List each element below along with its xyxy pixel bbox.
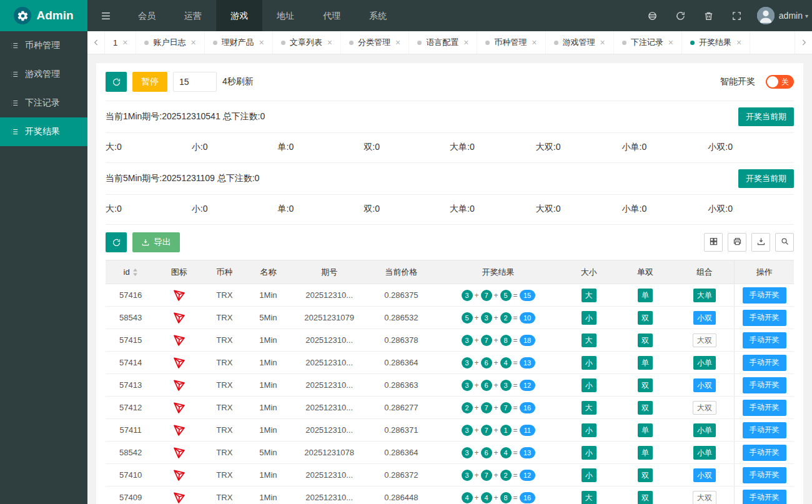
refresh-icon[interactable] <box>666 0 695 31</box>
tab-3[interactable]: 文章列表× <box>273 31 341 54</box>
close-icon[interactable]: × <box>600 37 605 47</box>
cell-price: 0.286448 <box>369 487 434 504</box>
size-badge: 小 <box>582 423 597 437</box>
trash-icon[interactable] <box>695 0 723 31</box>
tab-7[interactable]: 游戏管理× <box>546 31 614 54</box>
close-icon[interactable]: × <box>463 37 468 47</box>
column-header-0[interactable]: id <box>106 260 156 284</box>
tab-4[interactable]: 分类管理× <box>341 31 409 54</box>
manual-draw-button[interactable]: 手动开奖 <box>743 310 786 326</box>
cell-icon <box>156 487 202 504</box>
refresh-button[interactable] <box>106 72 127 92</box>
close-icon[interactable]: × <box>327 37 332 47</box>
tab-dot-icon <box>554 41 558 45</box>
equals-sign: = <box>513 493 518 502</box>
tabs-scroll-left[interactable] <box>87 31 105 54</box>
tab-9[interactable]: 开奖结果× <box>682 31 750 54</box>
export-icon-button[interactable] <box>751 233 770 252</box>
tab-6[interactable]: 币种管理× <box>477 31 545 54</box>
cell-size: 小 <box>562 352 615 374</box>
manual-draw-button[interactable]: 手动开奖 <box>743 355 786 371</box>
equals-sign: = <box>513 291 518 300</box>
result-number: 3 <box>462 470 473 481</box>
manual-draw-button[interactable]: 手动开奖 <box>743 377 786 393</box>
export-button[interactable]: 导出 <box>132 232 180 252</box>
stat-item: 小单:0 <box>622 204 708 215</box>
manual-draw-button[interactable]: 手动开奖 <box>743 490 786 504</box>
close-icon[interactable]: × <box>532 37 537 47</box>
stat-item: 小双:0 <box>708 204 794 215</box>
tab-2[interactable]: 理财产品× <box>205 31 273 54</box>
manual-draw-button[interactable]: 手动开奖 <box>743 422 786 438</box>
parity-badge: 双 <box>638 491 653 504</box>
nav-item-1[interactable]: 运营 <box>170 0 216 31</box>
result-number: 7 <box>481 470 492 481</box>
size-badge: 小 <box>582 311 597 325</box>
nav-item-5[interactable]: 系统 <box>355 0 401 31</box>
tab-label: 理财产品 <box>222 37 254 48</box>
export-icon <box>756 237 766 248</box>
draw-current-button[interactable]: 开奖当前期 <box>738 107 794 126</box>
cell-issue: 20251231079 <box>290 307 369 329</box>
stat-item: 双:0 <box>364 204 450 215</box>
close-icon[interactable]: × <box>395 37 400 47</box>
result-sum: 11 <box>520 425 535 436</box>
avatar[interactable] <box>757 7 775 24</box>
result-number: 8 <box>500 492 512 503</box>
nav-item-2[interactable]: 游戏 <box>216 0 262 31</box>
tab-dot-icon <box>349 41 354 45</box>
grid-icon <box>709 237 718 248</box>
trx-icon <box>172 311 186 325</box>
table-row: 57409TRX1Min202512310...0.2864484+4+8=16… <box>106 487 794 504</box>
fullscreen-icon[interactable] <box>723 0 751 31</box>
close-icon[interactable]: × <box>191 37 196 47</box>
topbar-right: admin ▾ <box>638 0 812 31</box>
column-header-9: 组合 <box>675 260 735 284</box>
manual-draw-button[interactable]: 手动开奖 <box>743 467 786 483</box>
result-number: 3 <box>462 357 473 368</box>
cell-price: 0.286363 <box>369 374 434 397</box>
cell-name: 1Min <box>246 397 290 419</box>
close-icon[interactable]: × <box>122 37 127 47</box>
sidebar-item-label: 币种管理 <box>25 40 60 51</box>
cell-result: 3+6+4=13 <box>434 442 562 464</box>
plus-sign: + <box>494 426 498 435</box>
search-icon-button[interactable] <box>775 233 794 252</box>
sidebar-item-3[interactable]: 开奖结果 <box>0 117 87 146</box>
tab-1[interactable]: 账户日志× <box>136 31 204 54</box>
sidebar-item-0[interactable]: 币种管理 <box>0 31 87 60</box>
theme-icon[interactable] <box>638 0 666 31</box>
cell-size: 大 <box>562 487 615 504</box>
tab-5[interactable]: 语言配置× <box>409 31 477 54</box>
print-icon-button[interactable] <box>728 233 746 252</box>
interval-input[interactable] <box>173 72 217 92</box>
manual-draw-button[interactable]: 手动开奖 <box>743 332 786 348</box>
close-icon[interactable]: × <box>736 37 741 47</box>
table-refresh-button[interactable] <box>106 232 127 252</box>
sidebar-item-2[interactable]: 下注记录 <box>0 89 87 117</box>
nav-item-4[interactable]: 代理 <box>309 0 355 31</box>
nav-item-3[interactable]: 地址 <box>262 0 309 31</box>
sort-icon[interactable] <box>132 268 138 277</box>
grid-icon-button[interactable] <box>704 233 723 252</box>
smart-draw-toggle[interactable]: 关 <box>766 75 794 89</box>
pause-button[interactable]: 暂停 <box>132 72 167 92</box>
username[interactable]: admin <box>775 11 805 21</box>
tab-0[interactable]: 1× <box>105 31 136 54</box>
cell-combo: 小单 <box>675 442 735 464</box>
close-icon[interactable]: × <box>259 37 264 47</box>
cell-price: 0.286375 <box>369 284 434 307</box>
result-number: 4 <box>500 447 512 458</box>
nav-item-0[interactable]: 会员 <box>124 0 170 31</box>
combo-badge: 小单 <box>693 446 716 460</box>
tab-8[interactable]: 下注记录× <box>614 31 682 54</box>
manual-draw-button[interactable]: 手动开奖 <box>743 445 786 461</box>
draw-current-button[interactable]: 开奖当前期 <box>738 169 794 188</box>
close-icon[interactable]: × <box>668 37 673 47</box>
manual-draw-button[interactable]: 手动开奖 <box>743 400 786 416</box>
tabs-scroll-right[interactable] <box>795 31 812 54</box>
hamburger-icon[interactable] <box>87 0 124 31</box>
combo-badge: 大双 <box>693 491 716 504</box>
manual-draw-button[interactable]: 手动开奖 <box>743 287 786 304</box>
sidebar-item-1[interactable]: 游戏管理 <box>0 60 87 89</box>
